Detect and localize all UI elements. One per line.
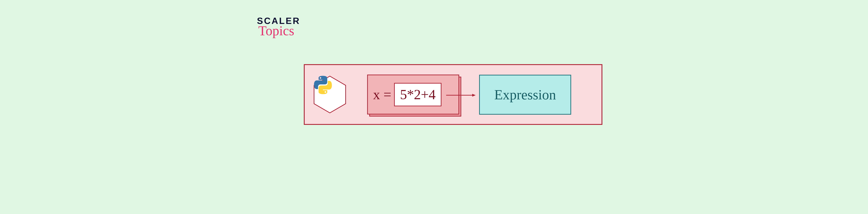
expression-value-box: 5*2+4 [394, 83, 441, 106]
assignment-front: x = 5*2+4 [367, 75, 459, 114]
arrow-icon [446, 94, 476, 97]
scaler-topics-logo: SCALER Topics [257, 15, 300, 38]
python-hexagon [313, 75, 346, 114]
python-logo-icon [313, 75, 333, 95]
assignment-box: x = 5*2+4 [367, 75, 459, 114]
expression-diagram: x = 5*2+4 Expression [304, 64, 602, 125]
result-box: Expression [479, 75, 571, 115]
variable-label: x = [373, 87, 391, 103]
logo-line2: Topics [258, 23, 300, 38]
svg-marker-2 [472, 94, 476, 97]
result-label: Expression [494, 87, 556, 103]
